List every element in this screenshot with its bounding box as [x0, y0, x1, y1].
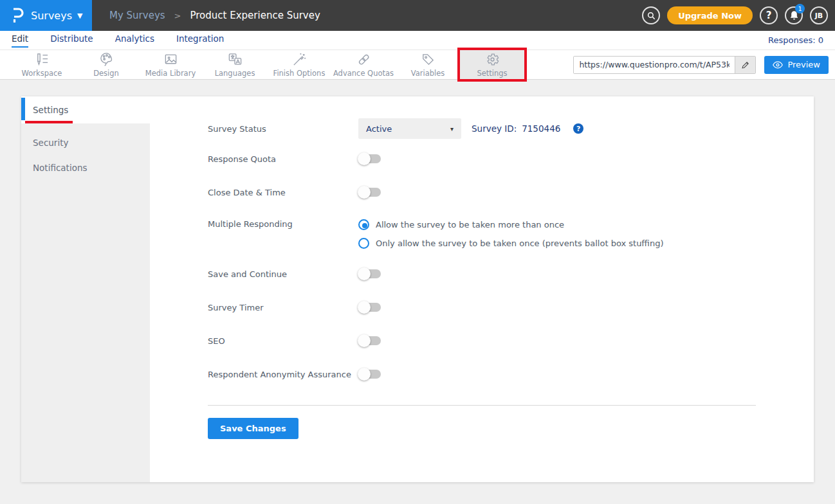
response-quota-label: Response Quota — [208, 154, 358, 164]
product-name: Surveys — [31, 10, 72, 22]
tab-integration[interactable]: Integration — [176, 33, 224, 48]
survey-id-value: 7150446 — [522, 123, 560, 134]
design-palette-icon — [99, 52, 114, 67]
search-icon[interactable] — [642, 6, 660, 24]
breadcrumb: My Surveys > Product Experience Survey — [109, 10, 320, 21]
languages-icon — [228, 52, 243, 67]
toggle-knob — [358, 334, 371, 347]
survey-timer-label: Survey Timer — [208, 303, 358, 312]
toggle-knob — [358, 368, 371, 381]
survey-nav-row: Edit Distribute Analytics Integration Re… — [0, 31, 835, 50]
respondent-anonymity-toggle[interactable] — [358, 370, 381, 379]
chevron-down-icon: ▾ — [450, 125, 454, 132]
finish-options-icon — [292, 52, 307, 67]
toggle-knob — [358, 186, 371, 199]
tab-edit[interactable]: Edit — [12, 33, 28, 48]
eye-icon — [773, 61, 783, 69]
breadcrumb-my-surveys[interactable]: My Surveys — [109, 10, 165, 21]
settings-card: Settings Security Notifications Survey S… — [21, 96, 814, 482]
tab-analytics[interactable]: Analytics — [115, 33, 154, 48]
close-date-time-toggle[interactable] — [358, 188, 381, 197]
sidebar-item-label: Settings — [33, 105, 68, 115]
survey-url-input[interactable] — [574, 57, 735, 73]
app-logo-menu[interactable]: Surveys ▼ — [0, 0, 92, 31]
toolbar-label: Media Library — [145, 69, 196, 78]
close-date-time-row: Close Date & Time — [208, 186, 814, 199]
toolbar-item-advance-quotas[interactable]: Advance Quotas — [331, 50, 396, 79]
respondent-anonymity-label: Respondent Anonymity Assurance — [208, 370, 358, 379]
radio-option-label: Allow the survey to be taken more than o… — [376, 220, 564, 230]
breadcrumb-survey-title: Product Experience Survey — [190, 10, 320, 21]
survey-id-help-icon[interactable]: ? — [573, 123, 583, 134]
sidebar-item-security[interactable]: Security — [21, 130, 150, 155]
toolbar-item-workspace[interactable]: Workspace — [10, 50, 74, 79]
toolbar-item-variables[interactable]: Variables — [396, 50, 460, 79]
radio-option-only-once[interactable]: Only allow the survey to be taken once (… — [358, 238, 664, 249]
settings-gear-icon — [485, 52, 500, 67]
survey-status-label: Survey Status — [208, 124, 358, 134]
toolbar-item-media-library[interactable]: Media Library — [138, 50, 203, 79]
seo-label: SEO — [208, 336, 358, 346]
response-quota-toggle[interactable] — [358, 154, 381, 163]
breadcrumb-separator-icon: > — [174, 11, 181, 21]
edit-toolbar: Workspace Design Media Library Languages… — [0, 50, 835, 80]
page-body: Settings Security Notifications Survey S… — [0, 80, 835, 482]
preview-label: Preview — [787, 60, 820, 69]
survey-nav-tabs: Edit Distribute Analytics Integration — [12, 33, 224, 48]
toolbar-item-settings[interactable]: Settings — [460, 50, 524, 79]
user-avatar[interactable]: JB — [810, 6, 828, 24]
response-quota-row: Response Quota — [208, 152, 814, 165]
survey-status-dropdown[interactable]: Active ▾ — [358, 118, 461, 139]
upgrade-now-button[interactable]: Upgrade Now — [667, 6, 753, 24]
sidebar-item-label: Security — [33, 138, 68, 148]
multiple-responding-options: Allow the survey to be taken more than o… — [358, 219, 664, 249]
survey-status-row: Survey Status Active ▾ Survey ID: 715044… — [208, 118, 814, 139]
help-icon[interactable]: ? — [760, 6, 778, 24]
sidebar-item-label: Notifications — [33, 163, 87, 173]
survey-timer-toggle[interactable] — [358, 303, 381, 312]
survey-id-group: Survey ID: 7150446 ? — [472, 123, 583, 134]
sidebar-item-notifications[interactable]: Notifications — [21, 155, 150, 180]
seo-toggle[interactable] — [358, 336, 381, 345]
questionpro-logo-icon — [10, 7, 26, 24]
radio-option-multiple-allowed[interactable]: Allow the survey to be taken more than o… — [358, 219, 664, 230]
toolbar-item-finish-options[interactable]: Finish Options — [267, 50, 331, 79]
tab-distribute[interactable]: Distribute — [50, 33, 93, 48]
save-and-continue-label: Save and Continue — [208, 269, 358, 279]
notifications-bell-icon[interactable]: 1 — [785, 6, 803, 24]
edit-url-button[interactable] — [735, 57, 755, 73]
radio-selected-icon[interactable] — [358, 219, 369, 230]
sidebar-rest: Security Notifications — [21, 123, 150, 180]
toolbar-right: Preview — [573, 50, 835, 79]
advance-quotas-icon — [356, 52, 371, 67]
toolbar-item-languages[interactable]: Languages — [203, 50, 267, 79]
toggle-knob — [358, 301, 371, 314]
save-and-continue-row: Save and Continue — [208, 267, 814, 280]
variables-tag-icon — [421, 52, 436, 67]
toolbar-item-design[interactable]: Design — [74, 50, 138, 79]
save-changes-button[interactable]: Save Changes — [208, 418, 298, 439]
radio-unselected-icon[interactable] — [358, 238, 369, 249]
survey-url-group — [573, 56, 756, 74]
survey-status-value: Active — [366, 124, 392, 134]
header-actions: Upgrade Now ? 1 JB — [642, 6, 835, 24]
toolbar-label: Advance Quotas — [333, 69, 394, 78]
toggle-knob — [358, 267, 371, 280]
responses-count[interactable]: Responses: 0 — [768, 35, 823, 45]
settings-sidebar: Settings Security Notifications — [21, 96, 150, 482]
toolbar-label: Workspace — [22, 69, 62, 78]
notification-count-badge: 1 — [795, 4, 805, 14]
workspace-icon — [35, 52, 50, 67]
seo-row: SEO — [208, 334, 814, 347]
toolbar-label: Settings — [477, 69, 507, 78]
respondent-anonymity-row: Respondent Anonymity Assurance — [208, 368, 814, 381]
preview-button[interactable]: Preview — [764, 56, 829, 74]
toolbar-label: Languages — [215, 69, 255, 78]
settings-form: Survey Status Active ▾ Survey ID: 715044… — [150, 96, 814, 482]
survey-id-label: Survey ID: — [472, 123, 517, 134]
sidebar-item-settings[interactable]: Settings — [21, 96, 150, 123]
toggle-knob — [358, 152, 371, 165]
chevron-down-icon: ▼ — [77, 12, 82, 20]
save-and-continue-toggle[interactable] — [358, 269, 381, 278]
close-date-time-label: Close Date & Time — [208, 188, 358, 197]
